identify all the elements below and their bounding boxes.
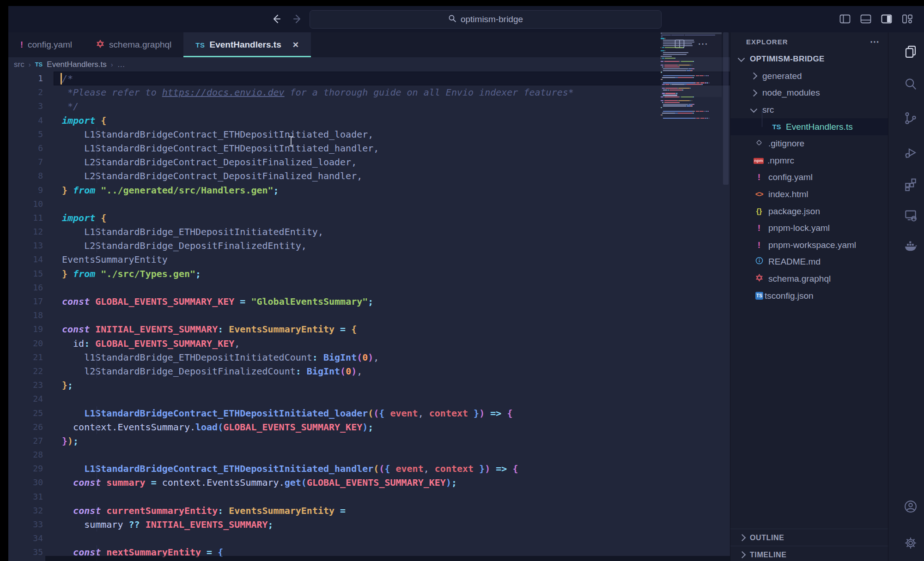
- code-line-17[interactable]: 17const GLOBAL_EVENTS_SUMMARY_KEY = "Glo…: [8, 295, 730, 308]
- search-icon[interactable]: [888, 71, 924, 97]
- settings-icon[interactable]: [888, 530, 924, 556]
- line-number[interactable]: 14: [8, 253, 54, 266]
- line-number[interactable]: 19: [8, 322, 54, 336]
- code-line-30[interactable]: 30 const summary = context.EventsSummary…: [8, 476, 730, 489]
- scrollbar-thumb[interactable]: [723, 32, 729, 185]
- tree-item-EventHandlers.ts[interactable]: TSEventHandlers.ts: [730, 118, 888, 135]
- tree-item-index.html[interactable]: <>index.html: [730, 186, 888, 203]
- customize-layout-icon[interactable]: [901, 12, 914, 25]
- code-line-18[interactable]: 18: [8, 308, 730, 322]
- tab-schema.graphql[interactable]: schema.graphql: [84, 32, 183, 57]
- code-line-15[interactable]: 15} from "./src/Types.gen";: [8, 267, 730, 281]
- tab-EventHandlers.ts[interactable]: TSEventHandlers.ts✕: [183, 32, 311, 57]
- line-number[interactable]: 20: [8, 337, 54, 350]
- source-control-icon[interactable]: [888, 105, 924, 131]
- code-line-16[interactable]: 16: [8, 281, 730, 295]
- breadcrumb-tail[interactable]: …: [117, 60, 125, 69]
- toggle-left-sidebar-icon[interactable]: [839, 12, 851, 25]
- tree-item-.npmrc[interactable]: npm.npmrc: [730, 152, 888, 169]
- code-line-7[interactable]: 7 L2StandardBridgeContract_DepositFinali…: [8, 155, 730, 169]
- line-number[interactable]: 16: [8, 281, 54, 295]
- remote-explorer-icon[interactable]: [888, 202, 924, 228]
- section-timeline[interactable]: TIMELINE: [730, 546, 888, 561]
- code-line-32[interactable]: 32 const currentSummaryEntity: EventsSum…: [8, 504, 730, 518]
- line-number[interactable]: 29: [8, 462, 54, 476]
- code-line-10[interactable]: 10: [8, 197, 730, 211]
- tree-item-node_modules[interactable]: node_modules: [730, 84, 888, 102]
- code-line-31[interactable]: 31: [8, 490, 730, 504]
- code-line-8[interactable]: 8 L2StandardBridgeContract_DepositFinali…: [8, 169, 730, 183]
- breadcrumb-root[interactable]: src: [14, 60, 24, 69]
- line-number[interactable]: 30: [8, 476, 54, 489]
- tree-item-src[interactable]: src: [730, 102, 888, 119]
- close-tab-icon[interactable]: ✕: [292, 40, 299, 50]
- horizontal-scrollbar[interactable]: [45, 556, 730, 561]
- code-line-19[interactable]: 19const INITIAL_EVENTS_SUMMARY: EventsSu…: [8, 322, 730, 336]
- code-line-27[interactable]: 27});: [8, 434, 730, 448]
- line-number[interactable]: 31: [8, 490, 54, 504]
- code-line-3[interactable]: 3 */: [8, 99, 730, 113]
- code-line-21[interactable]: 21 l1StandardBridge_ETHDepositInitiatedC…: [8, 350, 730, 364]
- line-number[interactable]: 4: [8, 114, 54, 127]
- line-number[interactable]: 32: [8, 504, 54, 518]
- line-number[interactable]: 26: [8, 420, 54, 434]
- tree-item-pnpm-lock.yaml[interactable]: !pnpm-lock.yaml: [730, 220, 888, 237]
- code-line-22[interactable]: 22 l2StandardBridge_DepositFinalizedCoun…: [8, 364, 730, 378]
- code-line-24[interactable]: 24: [8, 392, 730, 406]
- line-number[interactable]: 8: [8, 169, 54, 183]
- code-line-34[interactable]: 34: [8, 531, 730, 545]
- breadcrumb-file[interactable]: EventHandlers.ts: [47, 60, 106, 69]
- vertical-scrollbar[interactable]: [722, 32, 730, 561]
- section-outline[interactable]: OUTLINE: [730, 529, 888, 546]
- line-number[interactable]: 5: [8, 127, 54, 141]
- back-arrow-icon[interactable]: [270, 12, 283, 25]
- line-number[interactable]: 33: [8, 518, 54, 531]
- line-number[interactable]: 1: [8, 72, 54, 85]
- line-number[interactable]: 15: [8, 267, 54, 281]
- tree-item-schema.graphql[interactable]: schema.graphql: [730, 271, 888, 288]
- code-line-13[interactable]: 13 L2StandardBridge_DepositFinalizedEnti…: [8, 239, 730, 253]
- minimap[interactable]: [661, 32, 722, 561]
- line-number[interactable]: 10: [8, 197, 54, 211]
- line-number[interactable]: 13: [8, 239, 54, 253]
- code-line-33[interactable]: 33 summary ?? INITIAL_EVENTS_SUMMARY;: [8, 518, 730, 531]
- command-center-search[interactable]: optimism-bridge: [310, 10, 662, 29]
- code-line-26[interactable]: 26 context.EventsSummary.load(GLOBAL_EVE…: [8, 420, 730, 434]
- tree-item-README.md[interactable]: README.md: [730, 253, 888, 271]
- line-number[interactable]: 12: [8, 225, 54, 239]
- extensions-icon[interactable]: [888, 171, 924, 197]
- line-number[interactable]: 3: [8, 99, 54, 113]
- code-line-28[interactable]: 28: [8, 448, 730, 462]
- line-number[interactable]: 18: [8, 308, 54, 322]
- account-icon[interactable]: [888, 494, 924, 519]
- tab-config.yaml[interactable]: !config.yaml: [8, 32, 84, 57]
- code-line-1[interactable]: 1/*: [8, 72, 730, 85]
- tree-item-config.yaml[interactable]: !config.yaml: [730, 169, 888, 186]
- line-number[interactable]: 23: [8, 378, 54, 392]
- explorer-more-icon[interactable]: ⋯: [870, 36, 880, 47]
- tree-item-package.json[interactable]: {}package.json: [730, 203, 888, 220]
- line-number[interactable]: 7: [8, 155, 54, 169]
- forward-arrow-icon[interactable]: [291, 12, 304, 25]
- line-number[interactable]: 6: [8, 141, 54, 155]
- line-number[interactable]: 27: [8, 434, 54, 448]
- tree-section-OPTIMISM-BRIDGE[interactable]: OPTIMISM-BRIDGE: [730, 51, 888, 68]
- line-number[interactable]: 17: [8, 295, 54, 308]
- line-number[interactable]: 28: [8, 448, 54, 462]
- tree-item-tsconfig.json[interactable]: TStsconfig.json: [730, 287, 888, 304]
- docker-icon[interactable]: [888, 233, 924, 259]
- line-number[interactable]: 9: [8, 183, 54, 197]
- code-line-11[interactable]: 11import {: [8, 211, 730, 225]
- tree-item-pnpm-workspace.yaml[interactable]: !pnpm-workspace.yaml: [730, 237, 888, 254]
- minimap-slider[interactable]: [661, 32, 722, 97]
- toggle-panel-icon[interactable]: [859, 12, 872, 25]
- code-line-29[interactable]: 29 L1StandardBridgeContract_ETHDepositIn…: [8, 462, 730, 476]
- code-line-12[interactable]: 12 L1StandardBridge_ETHDepositInitiatedE…: [8, 225, 730, 239]
- line-number[interactable]: 22: [8, 364, 54, 378]
- line-number[interactable]: 24: [8, 392, 54, 406]
- code-editor[interactable]: 1/*2 *Please refer to https://docs.envio…: [8, 72, 730, 561]
- code-line-5[interactable]: 5 L1StandardBridgeContract_ETHDepositIni…: [8, 127, 730, 141]
- line-number[interactable]: 34: [8, 531, 54, 545]
- toggle-right-sidebar-icon[interactable]: [880, 12, 893, 25]
- line-number[interactable]: 2: [8, 85, 54, 99]
